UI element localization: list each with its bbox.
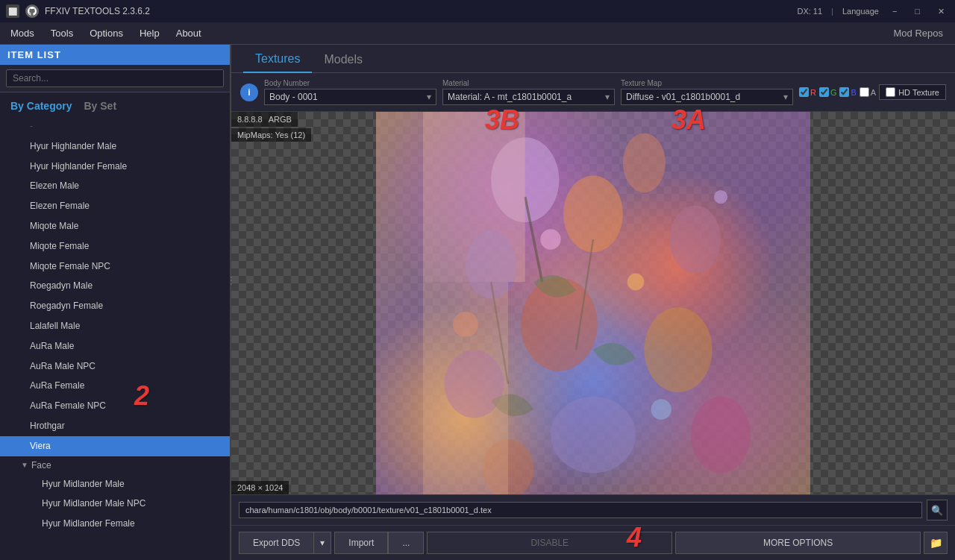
channel-a-label: A [871, 88, 876, 97]
import-button[interactable]: Import [334, 532, 388, 554]
list-item-hyur-midlander-male[interactable]: Hyur Midlander Male [0, 474, 230, 494]
body-number-label: Body Number [264, 79, 436, 87]
body-number-value: Body - 0001 [269, 92, 318, 102]
title-bar-left: ⬜ FFXIV TEXTOOLS 2.3.6.2 [6, 4, 150, 18]
item-list: - Hyur Highlander Male Hyur Highlander F… [0, 116, 230, 560]
list-item-hyur-highlander-male[interactable]: Hyur Highlander Male [0, 136, 230, 157]
svg-point-16 [714, 190, 727, 204]
channel-a[interactable]: A [860, 87, 876, 97]
body-number-select[interactable]: Body - 0001 ▾ [264, 89, 436, 105]
action-bar: Export DDS ▾ Import ... DISABLE MORE OPT… [231, 525, 955, 560]
dx-label: DX: 11 [797, 7, 822, 16]
hd-texture-checkbox[interactable] [886, 87, 895, 97]
channel-controls: R G B A HD Texture [799, 84, 946, 100]
drag-handle[interactable]: ⋮ [226, 274, 235, 286]
svg-point-18 [651, 399, 671, 419]
image-area: 8.8.8.8 ARGB MipMaps: Yes (12) [231, 112, 955, 494]
path-bar: 🔍 [231, 494, 955, 525]
menu-help[interactable]: Help [132, 25, 167, 42]
sidebar: ITEM LIST By Category By Set - Hyur High… [0, 45, 231, 560]
hd-texture-toggle[interactable]: HD Texture [879, 84, 946, 100]
image-color-space: ARGB [269, 115, 292, 124]
svg-rect-19 [423, 112, 525, 282]
texture-map-select[interactable]: Diffuse - v01_c1801b0001_d ▾ [621, 89, 793, 105]
menu-about[interactable]: About [169, 25, 209, 42]
body-number-group: Body Number Body - 0001 ▾ [264, 79, 436, 105]
image-display: 2048 × 1024 [231, 112, 955, 494]
minimize-button[interactable]: − [888, 5, 901, 17]
list-item-roegadyn-female[interactable]: Roegadyn Female [0, 296, 230, 316]
menu-tools[interactable]: Tools [43, 25, 81, 42]
image-size-badge: 2048 × 1024 [231, 481, 289, 494]
list-separator: - [0, 116, 230, 136]
image-info-bar: 8.8.8.8 ARGB [231, 112, 298, 127]
title-bar-right: DX: 11 | Language − □ ✕ [797, 5, 949, 18]
list-item-roegadyn-male[interactable]: Roegadyn Male [0, 276, 230, 296]
channel-b-label: B [851, 88, 856, 97]
channel-g-checkbox[interactable] [819, 87, 829, 97]
folder-button[interactable]: 📁 [924, 532, 948, 554]
list-item-elezen-female[interactable]: Elezen Female [0, 196, 230, 216]
import-dots-button[interactable]: ... [388, 532, 424, 554]
list-item-aura-female[interactable]: AuRa Female [0, 376, 230, 396]
export-dropdown-icon: ▾ [320, 538, 325, 548]
list-item-lalafell-male[interactable]: Lalafell Male [0, 316, 230, 336]
export-dropdown-button[interactable]: ▾ [314, 532, 331, 554]
channel-r[interactable]: R [799, 87, 816, 97]
more-options-button[interactable]: MORE OPTIONS [675, 532, 921, 554]
list-item-elezen-male[interactable]: Elezen Male [0, 176, 230, 196]
channel-b-checkbox[interactable] [839, 87, 849, 97]
channel-r-checkbox[interactable] [799, 87, 809, 97]
material-label: Material [442, 79, 615, 87]
search-input[interactable] [6, 69, 224, 87]
list-item-hyur-midlander-female[interactable]: Hyur Midlander Female [0, 514, 230, 534]
list-item-aura-male-npc[interactable]: AuRa Male NPC [0, 356, 230, 377]
tab-models[interactable]: Models [312, 50, 375, 72]
disable-button[interactable]: DISABLE [427, 532, 672, 554]
language-label[interactable]: Language [842, 7, 879, 16]
channel-g[interactable]: G [819, 87, 837, 97]
tab-textures[interactable]: Textures [243, 49, 312, 73]
maximize-button[interactable]: □ [910, 5, 924, 17]
menu-bar-left: Mods Tools Options Help About [3, 25, 209, 42]
svg-point-3 [623, 133, 666, 193]
toolbar: i Body Number Body - 0001 ▾ Material Mat… [231, 73, 955, 112]
import-group: Import ... [334, 532, 424, 554]
menu-mods[interactable]: Mods [3, 25, 42, 42]
material-dropdown-icon: ▾ [605, 92, 610, 102]
list-item-miqote-male[interactable]: Miqote Male [0, 216, 230, 236]
list-item-hyur-midlander-male-npc[interactable]: Hyur Midlander Male NPC [0, 494, 230, 514]
export-button[interactable]: Export DDS [239, 532, 314, 554]
list-group-face[interactable]: ▼ Face [0, 456, 230, 474]
path-search-button[interactable]: 🔍 [927, 500, 948, 520]
channel-b[interactable]: B [839, 87, 856, 97]
category-tab-by-category[interactable]: By Category [7, 98, 75, 113]
list-item-aura-male[interactable]: AuRa Male [0, 336, 230, 356]
texture-path-input[interactable] [239, 502, 922, 518]
material-select[interactable]: Material: A - mt_c1801b0001_a ▾ [442, 89, 615, 105]
main-layout: ITEM LIST By Category By Set - Hyur High… [0, 45, 955, 560]
list-item-miqote-female[interactable]: Miqote Female [0, 236, 230, 257]
mod-repos-label[interactable]: Mod Repos [894, 28, 952, 39]
svg-point-4 [670, 205, 721, 273]
title-bar: ⬜ FFXIV TEXTOOLS 2.3.6.2 DX: 11 | Langua… [0, 0, 955, 22]
info-button[interactable]: i [240, 84, 258, 101]
texture-canvas [376, 112, 810, 494]
list-item-aura-female-npc[interactable]: AuRa Female NPC [0, 396, 230, 416]
channel-g-label: G [830, 88, 837, 97]
svg-point-15 [627, 274, 645, 291]
github-icon[interactable] [25, 4, 39, 18]
material-group: Material Material: A - mt_c1801b0001_a ▾ [442, 79, 615, 105]
channel-a-checkbox[interactable] [860, 87, 869, 97]
search-icon: 🔍 [931, 505, 943, 516]
texture-svg [376, 112, 810, 494]
category-tab-by-set[interactable]: By Set [81, 98, 119, 113]
close-button[interactable]: ✕ [933, 5, 949, 18]
export-group: Export DDS ▾ [239, 532, 331, 554]
list-item-hyur-highlander-female[interactable]: Hyur Highlander Female [0, 157, 230, 177]
list-item-hrothgar[interactable]: Hrothgar [0, 416, 230, 436]
list-item-viera[interactable]: Viera [0, 436, 230, 456]
menu-bar: Mods Tools Options Help About Mod Repos [0, 22, 955, 45]
list-item-miqote-female-npc[interactable]: Miqote Female NPC [0, 257, 230, 277]
menu-options[interactable]: Options [82, 25, 131, 42]
